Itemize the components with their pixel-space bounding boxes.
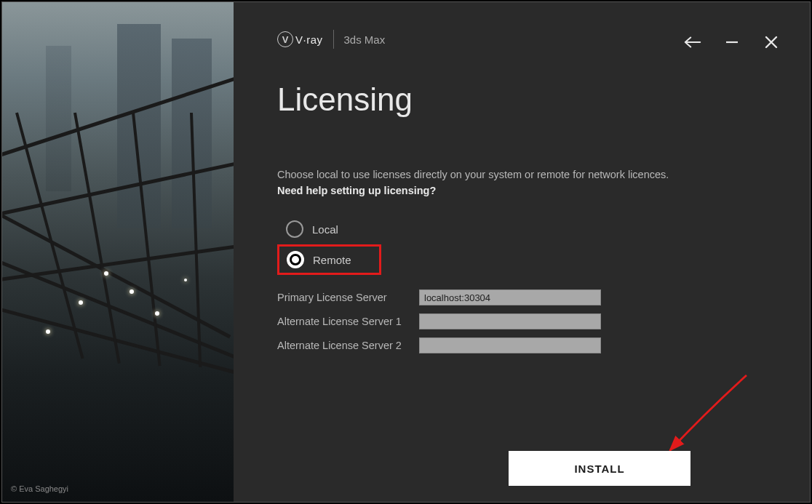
page-title: Licensing [277, 81, 810, 118]
radio-icon [286, 220, 303, 238]
licensing-options: Local Remote [277, 214, 810, 275]
alt1-server-label: Alternate License Server 1 [277, 316, 419, 327]
primary-server-label: Primary License Server [277, 292, 419, 303]
divider [333, 30, 334, 49]
image-credit: © Eva Saghegyi [11, 484, 68, 493]
close-button[interactable] [762, 33, 781, 52]
server-config: Primary License Server Alternate License… [277, 289, 810, 353]
back-button[interactable] [683, 33, 702, 52]
primary-server-input[interactable] [419, 289, 601, 305]
alt2-server-row: Alternate License Server 2 [277, 337, 810, 353]
alt1-server-row: Alternate License Server 1 [277, 313, 810, 329]
main-content: V V·ray 3ds Max Licensing Choose local t… [234, 2, 810, 502]
product-name: 3ds Max [344, 33, 386, 46]
alt1-server-input[interactable] [419, 313, 601, 329]
installer-window: © Eva Saghegyi V V·ray 3ds Max [1, 1, 811, 503]
brand-text: V·ray [295, 33, 323, 46]
minimize-button[interactable] [723, 33, 741, 52]
install-button[interactable]: INSTALL [509, 451, 690, 486]
help-link[interactable]: Need help setting up licensing? [277, 185, 810, 196]
radio-remote-label: Remote [313, 254, 351, 266]
vray-logo-icon: V [277, 31, 293, 47]
brand-logo: V V·ray 3ds Max [277, 30, 385, 49]
radio-remote[interactable]: Remote [287, 251, 372, 268]
primary-server-row: Primary License Server [277, 289, 810, 305]
alt2-server-input[interactable] [419, 337, 601, 353]
window-controls [683, 33, 781, 52]
hero-image-panel: © Eva Saghegyi [2, 2, 234, 502]
radio-local[interactable]: Local [277, 214, 810, 244]
description-text: Choose local to use licenses directly on… [277, 169, 810, 180]
alt2-server-label: Alternate License Server 2 [277, 340, 419, 351]
radio-local-label: Local [312, 223, 338, 236]
annotation-highlight: Remote [277, 244, 381, 275]
radio-icon-selected [287, 251, 304, 268]
